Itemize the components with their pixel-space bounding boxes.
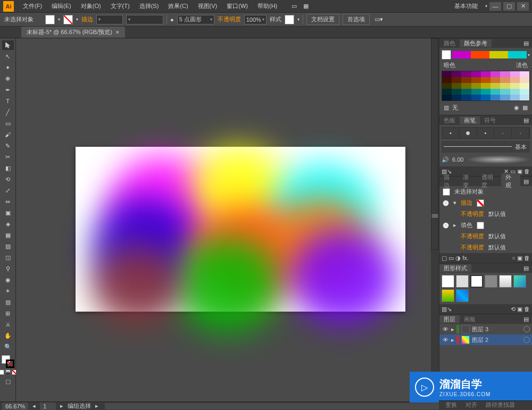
visibility-icon-2[interactable]: 👁 (443, 222, 449, 229)
line-tool[interactable]: ╱ (2, 107, 14, 117)
style-thumb[interactable] (485, 275, 497, 288)
hand-tool[interactable]: ✋ (2, 331, 14, 340)
appear-fill-swatch[interactable] (477, 222, 484, 229)
brush-basic-preview[interactable]: 基本 (442, 141, 530, 153)
window-close-button[interactable]: ✕ (517, 2, 529, 11)
menu-effect[interactable]: 效果(C) (163, 2, 193, 10)
profile-dropdown[interactable]: 5 点圆形 (177, 15, 214, 24)
brush-tip-row[interactable]: •●•·· (442, 127, 530, 139)
style-thumb[interactable] (456, 275, 469, 288)
style-thumb[interactable] (499, 275, 512, 288)
layers-panel-menu[interactable]: ▤ (520, 316, 532, 323)
appear-stroke-opacity-label[interactable]: 不透明度 (461, 210, 484, 218)
layer-visibility-icon[interactable]: 👁 (442, 325, 449, 333)
pencil-tool[interactable]: ✎ (2, 141, 14, 150)
tab-artboards[interactable]: 画板 (460, 315, 480, 323)
none-icon[interactable]: ▥ (444, 104, 449, 111)
menubar-icon-2[interactable]: ▦ (300, 2, 312, 11)
menu-edit[interactable]: 编辑(E) (47, 2, 76, 10)
appear-stroke-swatch[interactable] (477, 199, 484, 207)
menu-file[interactable]: 文件(F) (18, 2, 47, 10)
styles-panel-menu[interactable]: ▤ (520, 265, 532, 272)
base-color-swatch[interactable] (442, 50, 451, 60)
opacity-label[interactable]: 不透明度 (218, 15, 241, 23)
menu-type[interactable]: 文字(T) (106, 2, 135, 10)
tab-transparency[interactable]: 透明度 (477, 173, 501, 189)
scale-tool[interactable]: ⤢ (2, 186, 14, 195)
magic-wand-tool[interactable]: ✦ (2, 63, 14, 72)
color-panel-menu[interactable]: ▤ (520, 40, 532, 47)
appear-foot-icons[interactable]: ▢ ▭ ◑ fx. (442, 255, 469, 262)
eyedropper-tool[interactable]: ⚲ (2, 264, 14, 273)
styles-foot-icons[interactable]: ⟲ ▣ 🗑 (511, 306, 530, 313)
appear-stroke-label[interactable]: 描边 (461, 199, 472, 207)
appear-foot-icons-right[interactable]: ○ ▣ 🗑 (512, 255, 530, 262)
style-thumb[interactable] (442, 275, 454, 288)
screen-mode-button[interactable]: ▢ (2, 376, 14, 386)
style-thumb[interactable] (456, 289, 469, 302)
stroke-weight-dropdown[interactable] (96, 15, 123, 24)
free-transform-tool[interactable]: ▣ (2, 208, 14, 217)
tab-swatches[interactable]: 色板 (439, 116, 460, 124)
preferences-button[interactable]: 首选项 (343, 14, 370, 25)
rectangle-tool[interactable]: ▭ (2, 119, 14, 128)
eraser-tool[interactable]: ◧ (2, 163, 14, 173)
layer-target-icon[interactable] (523, 337, 530, 343)
shade-grid[interactable] (442, 71, 530, 101)
appear-opacity-label[interactable]: 不透明度 (461, 244, 484, 252)
harmony-strip[interactable] (452, 51, 527, 58)
shape-builder-tool[interactable]: ◈ (2, 219, 14, 229)
tab-symbols[interactable]: 符号 (480, 116, 500, 124)
appear-fill-label[interactable]: 填色 (461, 221, 472, 229)
window-maximize-button[interactable]: ▢ (503, 2, 515, 11)
menu-view[interactable]: 视图(V) (193, 2, 222, 10)
slice-tool[interactable]: ⚔ (2, 320, 14, 329)
tab-stroke-p[interactable]: 描边 (439, 173, 459, 189)
style-thumb[interactable] (442, 289, 454, 302)
tab-appearance[interactable]: 外观 (501, 173, 520, 189)
workspace-switcher[interactable]: 基本功能 (449, 2, 483, 10)
layer-name[interactable]: 图层 2 (472, 336, 488, 344)
perspective-tool[interactable]: ▦ (2, 230, 14, 240)
menu-object[interactable]: 对象(O) (76, 2, 106, 10)
selection-tool[interactable] (2, 40, 14, 50)
tab-align[interactable]: 对齐 (461, 401, 481, 410)
layer-name[interactable]: 图层 3 (472, 325, 488, 333)
style-thumb[interactable] (513, 275, 526, 288)
document-setup-button[interactable]: 文档设置 (306, 14, 339, 25)
symbol-sprayer-tool[interactable]: ✶ (2, 286, 14, 296)
color-wheel-icon[interactable]: ◉ (514, 104, 519, 111)
appearance-panel-menu[interactable]: ▤ (520, 178, 532, 185)
layer-visibility-icon[interactable]: 👁 (442, 336, 449, 344)
column-graph-tool[interactable]: ▥ (2, 297, 14, 307)
layer-row[interactable]: 👁 ▸ 图层 2 (439, 334, 532, 345)
color-mode-btn[interactable] (0, 370, 4, 375)
color-lib-icon[interactable]: ▦ (522, 104, 528, 111)
layer-row[interactable]: 👁 ▸ 图层 3 (439, 324, 532, 334)
paintbrush-tool[interactable]: 🖌 (2, 130, 14, 139)
collapsed-dock-strip[interactable] (431, 38, 438, 214)
menu-select[interactable]: 选择(S) (135, 2, 164, 10)
styles-lib-icon[interactable]: ▥↘ (442, 306, 452, 313)
artboard-nav[interactable]: 1 (40, 403, 56, 410)
ctrl-extra-icon[interactable]: ▭▾ (373, 15, 385, 24)
style-swatch[interactable] (285, 15, 294, 24)
stroke-label[interactable]: 描边 (81, 15, 93, 23)
layer-target-icon[interactable] (523, 326, 530, 332)
document-tab-close[interactable]: ✕ (115, 30, 120, 35)
brush-def-dropdown[interactable] (126, 15, 163, 24)
blend-tool[interactable]: ◉ (2, 275, 14, 285)
width-tool[interactable]: ⇔ (2, 197, 14, 206)
zoom-level[interactable]: 66.67% (2, 403, 28, 410)
style-thumb[interactable] (470, 275, 483, 288)
rotate-tool[interactable]: ⟲ (2, 174, 14, 184)
tab-graphic-styles[interactable]: 图形样式 (439, 264, 471, 272)
collapsed-dock-strip-2[interactable] (431, 218, 438, 250)
pen-tool[interactable]: ✒ (2, 85, 14, 95)
blob-brush-tool[interactable]: ✂ (2, 152, 14, 162)
stroke-color-box[interactable] (6, 359, 14, 368)
document-tab[interactable]: 未标题-5* @ 66.67% (RGB/预览) ✕ (21, 27, 125, 38)
type-tool[interactable]: T (2, 96, 14, 106)
brush-panel-menu[interactable]: ▤ (520, 117, 532, 124)
tab-brushes[interactable]: 画笔 (460, 116, 480, 124)
